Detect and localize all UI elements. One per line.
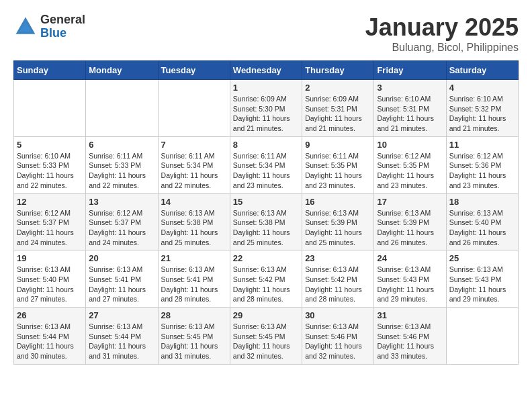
calendar-cell: 15Sunrise: 6:13 AM Sunset: 5:38 PM Dayli… xyxy=(230,193,302,250)
day-info: Sunrise: 6:12 AM Sunset: 5:37 PM Dayligh… xyxy=(89,208,154,248)
day-info: Sunrise: 6:13 AM Sunset: 5:43 PM Dayligh… xyxy=(377,265,443,304)
calendar-cell: 7Sunrise: 6:11 AM Sunset: 5:34 PM Daylig… xyxy=(158,136,230,193)
day-number: 9 xyxy=(305,140,371,150)
day-info: Sunrise: 6:13 AM Sunset: 5:40 PM Dayligh… xyxy=(17,265,83,304)
calendar-cell xyxy=(14,80,86,137)
day-info: Sunrise: 6:12 AM Sunset: 5:35 PM Dayligh… xyxy=(377,151,443,191)
calendar-cell: 6Sunrise: 6:11 AM Sunset: 5:33 PM Daylig… xyxy=(86,136,158,193)
day-info: Sunrise: 6:13 AM Sunset: 5:43 PM Dayligh… xyxy=(449,265,515,304)
day-number: 19 xyxy=(17,253,83,263)
calendar-cell xyxy=(158,80,230,137)
calendar-cell: 21Sunrise: 6:13 AM Sunset: 5:41 PM Dayli… xyxy=(158,250,230,308)
calendar-cell: 22Sunrise: 6:13 AM Sunset: 5:42 PM Dayli… xyxy=(230,250,302,308)
day-info: Sunrise: 6:13 AM Sunset: 5:40 PM Dayligh… xyxy=(449,208,515,248)
month-title: January 2025 xyxy=(365,13,519,42)
day-info: Sunrise: 6:13 AM Sunset: 5:38 PM Dayligh… xyxy=(161,208,227,248)
day-number: 4 xyxy=(449,83,515,93)
week-row-2: 5Sunrise: 6:10 AM Sunset: 5:33 PM Daylig… xyxy=(14,136,519,193)
day-info: Sunrise: 6:13 AM Sunset: 5:44 PM Dayligh… xyxy=(17,322,83,361)
calendar-cell: 18Sunrise: 6:13 AM Sunset: 5:40 PM Dayli… xyxy=(446,193,518,250)
header-day-tuesday: Tuesday xyxy=(158,61,230,80)
week-row-3: 12Sunrise: 6:12 AM Sunset: 5:37 PM Dayli… xyxy=(14,193,519,250)
calendar-cell xyxy=(86,80,158,137)
calendar-cell: 1Sunrise: 6:09 AM Sunset: 5:30 PM Daylig… xyxy=(230,80,302,137)
calendar-cell: 25Sunrise: 6:13 AM Sunset: 5:43 PM Dayli… xyxy=(446,250,518,308)
header-day-thursday: Thursday xyxy=(302,61,374,80)
calendar-cell: 14Sunrise: 6:13 AM Sunset: 5:38 PM Dayli… xyxy=(158,193,230,250)
day-info: Sunrise: 6:11 AM Sunset: 5:35 PM Dayligh… xyxy=(305,151,371,191)
calendar-cell: 28Sunrise: 6:13 AM Sunset: 5:45 PM Dayli… xyxy=(158,308,230,365)
header-day-friday: Friday xyxy=(374,61,446,80)
calendar-cell: 3Sunrise: 6:10 AM Sunset: 5:31 PM Daylig… xyxy=(374,80,446,137)
calendar-cell: 5Sunrise: 6:10 AM Sunset: 5:33 PM Daylig… xyxy=(14,136,86,193)
calendar-cell: 17Sunrise: 6:13 AM Sunset: 5:39 PM Dayli… xyxy=(374,193,446,250)
day-number: 17 xyxy=(377,197,443,207)
calendar-cell: 11Sunrise: 6:12 AM Sunset: 5:36 PM Dayli… xyxy=(446,136,518,193)
title-block: January 2025 Buluang, Bicol, Philippines xyxy=(365,13,519,54)
day-number: 26 xyxy=(17,310,83,320)
calendar-cell: 20Sunrise: 6:13 AM Sunset: 5:41 PM Dayli… xyxy=(86,250,158,308)
day-number: 25 xyxy=(449,253,515,263)
day-number: 12 xyxy=(17,197,83,207)
day-number: 30 xyxy=(305,310,371,320)
day-number: 31 xyxy=(377,310,443,320)
day-number: 5 xyxy=(17,140,83,150)
header-day-saturday: Saturday xyxy=(446,61,518,80)
page-header: General Blue January 2025 Buluang, Bicol… xyxy=(13,13,519,54)
header-day-sunday: Sunday xyxy=(14,61,86,80)
calendar-cell xyxy=(446,308,518,365)
week-row-5: 26Sunrise: 6:13 AM Sunset: 5:44 PM Dayli… xyxy=(14,308,519,365)
day-number: 14 xyxy=(161,197,227,207)
day-number: 15 xyxy=(233,197,299,207)
day-info: Sunrise: 6:09 AM Sunset: 5:30 PM Dayligh… xyxy=(233,94,299,134)
day-number: 11 xyxy=(449,140,515,150)
calendar-cell: 13Sunrise: 6:12 AM Sunset: 5:37 PM Dayli… xyxy=(86,193,158,250)
day-info: Sunrise: 6:13 AM Sunset: 5:42 PM Dayligh… xyxy=(233,265,299,304)
calendar-cell: 29Sunrise: 6:13 AM Sunset: 5:45 PM Dayli… xyxy=(230,308,302,365)
calendar-cell: 8Sunrise: 6:11 AM Sunset: 5:34 PM Daylig… xyxy=(230,136,302,193)
day-number: 8 xyxy=(233,140,299,150)
day-info: Sunrise: 6:13 AM Sunset: 5:46 PM Dayligh… xyxy=(377,322,443,361)
calendar-cell: 4Sunrise: 6:10 AM Sunset: 5:32 PM Daylig… xyxy=(446,80,518,137)
day-number: 6 xyxy=(89,140,154,150)
day-number: 3 xyxy=(377,83,443,93)
day-number: 1 xyxy=(233,83,299,93)
day-info: Sunrise: 6:11 AM Sunset: 5:33 PM Dayligh… xyxy=(89,151,154,191)
day-info: Sunrise: 6:11 AM Sunset: 5:34 PM Dayligh… xyxy=(161,151,227,191)
day-info: Sunrise: 6:13 AM Sunset: 5:42 PM Dayligh… xyxy=(305,265,371,304)
day-number: 21 xyxy=(161,253,227,263)
day-info: Sunrise: 6:13 AM Sunset: 5:38 PM Dayligh… xyxy=(233,208,299,248)
location: Buluang, Bicol, Philippines xyxy=(365,42,519,54)
calendar-cell: 24Sunrise: 6:13 AM Sunset: 5:43 PM Dayli… xyxy=(374,250,446,308)
day-number: 7 xyxy=(161,140,227,150)
day-number: 27 xyxy=(89,310,154,320)
day-info: Sunrise: 6:13 AM Sunset: 5:41 PM Dayligh… xyxy=(89,265,154,304)
header-day-monday: Monday xyxy=(86,61,158,80)
day-number: 28 xyxy=(161,310,227,320)
calendar-cell: 19Sunrise: 6:13 AM Sunset: 5:40 PM Dayli… xyxy=(14,250,86,308)
day-info: Sunrise: 6:09 AM Sunset: 5:31 PM Dayligh… xyxy=(305,94,371,134)
logo: General Blue xyxy=(13,13,85,40)
week-row-4: 19Sunrise: 6:13 AM Sunset: 5:40 PM Dayli… xyxy=(14,250,519,308)
calendar-cell: 10Sunrise: 6:12 AM Sunset: 5:35 PM Dayli… xyxy=(374,136,446,193)
calendar-cell: 30Sunrise: 6:13 AM Sunset: 5:46 PM Dayli… xyxy=(302,308,374,365)
day-info: Sunrise: 6:10 AM Sunset: 5:33 PM Dayligh… xyxy=(17,151,83,191)
header-day-wednesday: Wednesday xyxy=(230,61,302,80)
header-row: SundayMondayTuesdayWednesdayThursdayFrid… xyxy=(14,61,519,80)
calendar-cell: 9Sunrise: 6:11 AM Sunset: 5:35 PM Daylig… xyxy=(302,136,374,193)
day-info: Sunrise: 6:13 AM Sunset: 5:45 PM Dayligh… xyxy=(233,322,299,361)
day-info: Sunrise: 6:12 AM Sunset: 5:37 PM Dayligh… xyxy=(17,208,83,248)
day-info: Sunrise: 6:13 AM Sunset: 5:46 PM Dayligh… xyxy=(305,322,371,361)
day-number: 24 xyxy=(377,253,443,263)
day-number: 18 xyxy=(449,197,515,207)
calendar-table: SundayMondayTuesdayWednesdayThursdayFrid… xyxy=(13,60,519,365)
calendar-cell: 27Sunrise: 6:13 AM Sunset: 5:44 PM Dayli… xyxy=(86,308,158,365)
calendar-cell: 26Sunrise: 6:13 AM Sunset: 5:44 PM Dayli… xyxy=(14,308,86,365)
day-number: 29 xyxy=(233,310,299,320)
day-info: Sunrise: 6:12 AM Sunset: 5:36 PM Dayligh… xyxy=(449,151,515,191)
day-info: Sunrise: 6:13 AM Sunset: 5:41 PM Dayligh… xyxy=(161,265,227,304)
logo-icon xyxy=(13,15,38,39)
day-number: 2 xyxy=(305,83,371,93)
day-info: Sunrise: 6:13 AM Sunset: 5:39 PM Dayligh… xyxy=(305,208,371,248)
calendar-cell: 31Sunrise: 6:13 AM Sunset: 5:46 PM Dayli… xyxy=(374,308,446,365)
